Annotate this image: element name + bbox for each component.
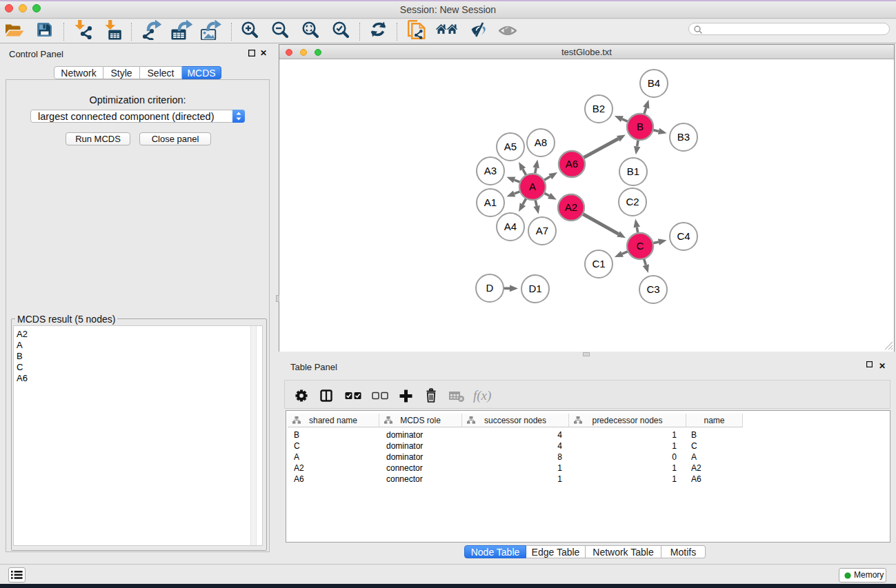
- svg-text:D: D: [486, 282, 494, 294]
- svg-text:A7: A7: [536, 225, 548, 236]
- svg-text:A2: A2: [565, 201, 577, 213]
- svg-text:B4: B4: [648, 77, 660, 89]
- svg-text:B1: B1: [627, 165, 639, 177]
- svg-text:A8: A8: [535, 136, 547, 148]
- svg-text:A: A: [529, 181, 536, 192]
- svg-text:C4: C4: [677, 230, 690, 242]
- svg-text:A5: A5: [504, 141, 517, 152]
- svg-text:f(x): f(x): [473, 388, 491, 403]
- svg-text:C3: C3: [646, 283, 659, 295]
- svg-text:C1: C1: [592, 258, 605, 270]
- svg-text:D1: D1: [528, 283, 541, 294]
- svg-text:B: B: [637, 121, 644, 132]
- svg-text:A4: A4: [504, 221, 517, 232]
- svg-text:A3: A3: [484, 165, 497, 176]
- svg-text:A6: A6: [566, 158, 578, 170]
- svg-text:B3: B3: [677, 131, 690, 143]
- svg-text:B2: B2: [593, 103, 605, 114]
- svg-text:A1: A1: [484, 196, 497, 208]
- svg-text:C2: C2: [626, 196, 639, 207]
- svg-text:C: C: [637, 240, 644, 252]
